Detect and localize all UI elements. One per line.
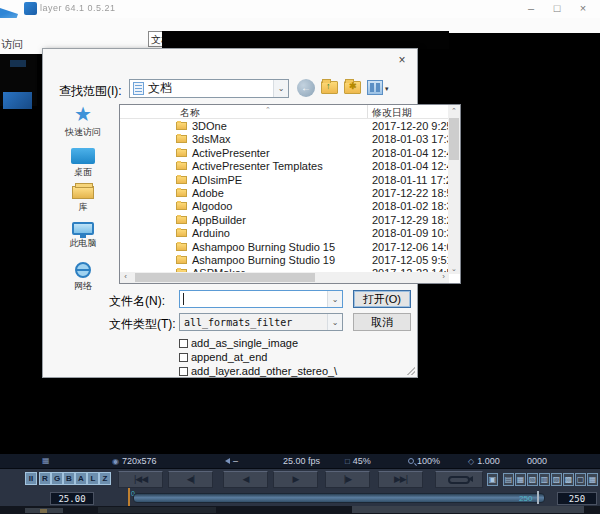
sidebar-item-desktop[interactable]: 桌面	[57, 148, 109, 179]
file-name-input[interactable]: ⌄	[179, 290, 343, 308]
file-name: Ashampoo Burning Studio 15	[192, 241, 335, 253]
table-row[interactable]: ActivePresenter2018-01-04 12:44	[120, 147, 448, 160]
sidebar-item-libraries[interactable]: 库	[57, 186, 109, 214]
folder-icon	[176, 135, 187, 143]
first-frame-button[interactable]: |◀◀	[118, 471, 163, 488]
folder-icon	[176, 176, 187, 184]
back-button-icon[interactable]: ←	[297, 79, 315, 97]
minimize-button[interactable]: –	[518, 0, 544, 18]
open-file-dialog: × 查找范围(I): 文档 ⌄ ← ↑ ✱ ▾ ★ 快速访问 桌面 库 此电脑	[42, 48, 418, 378]
up-one-level-icon[interactable]: ↑	[321, 81, 338, 94]
window-title: layer 64.1 0.5.21	[40, 3, 116, 13]
cancel-button[interactable]: 取消	[353, 313, 411, 331]
folder-icon	[176, 162, 187, 170]
view-mode-button-5[interactable]: ▥	[539, 473, 550, 486]
sidebar-item-this-pc[interactable]: 此电脑	[57, 222, 109, 250]
scroll-left-icon[interactable]: ‹	[120, 272, 131, 283]
column-header-date[interactable]: 修改日期	[372, 106, 412, 120]
file-date: 2017-12-29 18:21	[372, 214, 448, 226]
view-mode-button-1[interactable]: ▣	[487, 473, 498, 486]
chevron-down-icon[interactable]: ⌄	[273, 80, 288, 97]
open-button[interactable]: 打开(O)	[353, 290, 411, 308]
scroll-right-icon[interactable]: ›	[438, 272, 449, 283]
timeline-playhead[interactable]	[128, 488, 130, 507]
column-header-name[interactable]: 名称	[180, 106, 200, 120]
dialog-close-icon[interactable]: ×	[394, 53, 410, 68]
table-row[interactable]: Algodoo2018-01-02 18:35	[120, 200, 448, 213]
window-controls: – □ ×	[518, 0, 596, 18]
checkbox-icon[interactable]	[179, 339, 188, 348]
horizontal-scrollbar[interactable]: ‹ ›	[120, 272, 449, 283]
checkbox-icon[interactable]	[179, 367, 188, 376]
sidebar-item-quick-access[interactable]: ★ 快速访问	[57, 104, 109, 139]
table-row[interactable]: AppBuilder2017-12-29 18:21	[120, 214, 448, 227]
chevron-down-icon[interactable]: ⌄	[327, 291, 342, 307]
table-row[interactable]: ActivePresenter Templates2018-01-04 12:4…	[120, 160, 448, 173]
clipped-element	[352, 506, 584, 513]
bottom-clipped-ui	[0, 506, 600, 514]
table-row[interactable]: 3DOne2017-12-20 9:25	[120, 120, 448, 133]
play-backward-button[interactable]: ◀	[223, 471, 268, 488]
chevron-down-icon[interactable]: ⌄	[327, 314, 342, 330]
view-menu-caret-icon[interactable]: ▾	[385, 85, 389, 93]
close-button[interactable]: ×	[570, 0, 596, 18]
maximize-button[interactable]: □	[544, 0, 570, 18]
file-date: 2018-01-02 18:35	[372, 200, 448, 212]
pause-toggle-button[interactable]: II	[25, 472, 37, 485]
previous-frame-button[interactable]: ◀|	[168, 471, 213, 488]
channel-l-button[interactable]: L	[87, 472, 99, 485]
scroll-down-icon[interactable]: ⌄	[448, 263, 460, 274]
view-mode-button-8[interactable]: ▢	[575, 473, 586, 486]
channel-b-button[interactable]: B	[63, 472, 75, 485]
display-icon: ◉	[112, 457, 119, 466]
checkbox-icon[interactable]	[179, 353, 188, 362]
current-frame-box[interactable]: 25.00	[50, 492, 94, 505]
view-mode-button-9[interactable]: ▦	[587, 473, 598, 486]
checkbox-label: add_as_single_image	[191, 337, 298, 349]
view-mode-button-7[interactable]: ▩	[563, 473, 574, 486]
file-type-combobox[interactable]: all_formats_filter ⌄	[179, 313, 343, 331]
table-row[interactable]: 3dsMax2018-01-03 17:34	[120, 133, 448, 146]
resolution-value: 720x576	[122, 456, 157, 466]
table-row[interactable]: Arduino2018-01-09 10:30	[120, 227, 448, 240]
file-name: 3DOne	[192, 120, 227, 132]
table-row[interactable]: Ashampoo Burning Studio 152017-12-06 14:…	[120, 241, 448, 254]
checkbox-add-layer-stereo[interactable]: add_layer.add_other_stereo_\	[179, 365, 337, 377]
view-mode-button-6[interactable]: ▨	[551, 473, 562, 486]
last-frame-button[interactable]: ▶▶|	[378, 471, 423, 488]
new-folder-icon[interactable]: ✱	[344, 81, 361, 94]
channel-a-button[interactable]: A	[75, 472, 87, 485]
view-mode-button-3[interactable]: ▦	[515, 473, 526, 486]
checkbox-add-as-single-image[interactable]: add_as_single_image	[179, 337, 298, 349]
channel-z-button[interactable]: Z	[99, 472, 111, 485]
diamond-icon: ◇	[468, 457, 474, 466]
vertical-scrollbar[interactable]: ⌃ ⌄	[448, 105, 460, 274]
resize-grip[interactable]	[407, 367, 415, 375]
view-menu-icon[interactable]	[367, 80, 383, 95]
file-date: 2017-12-20 9:25	[372, 120, 448, 132]
speaker-icon	[225, 458, 230, 464]
table-row[interactable]: Ashampoo Burning Studio 192017-12-05 9:5…	[120, 254, 448, 267]
look-in-combobox[interactable]: 文档 ⌄	[129, 79, 289, 98]
magnifier-icon	[408, 458, 414, 464]
vertical-scroll-thumb[interactable]	[449, 118, 459, 160]
network-icon	[75, 262, 91, 278]
file-name: Adobe	[192, 187, 224, 199]
column-separator[interactable]	[367, 105, 368, 118]
checkbox-append-at-end[interactable]: append_at_end	[179, 351, 267, 363]
timeline-track[interactable]	[133, 493, 545, 503]
play-button[interactable]: ▶	[273, 471, 318, 488]
loop-button[interactable]	[435, 471, 483, 488]
channel-r-button[interactable]: R	[39, 472, 51, 485]
view-mode-button-4[interactable]: ▧	[527, 473, 538, 486]
scroll-up-icon[interactable]: ⌃	[448, 105, 460, 116]
table-row[interactable]: ADIsimPE2018-01-11 17:27	[120, 174, 448, 187]
sidebar-item-network[interactable]: 网络	[57, 262, 109, 293]
file-name: Ashampoo Burning Studio 19	[192, 254, 335, 266]
table-row[interactable]: Adobe2017-12-22 18:53	[120, 187, 448, 200]
view-mode-button-2[interactable]: ▤	[503, 473, 514, 486]
horizontal-scroll-thumb[interactable]	[135, 273, 315, 282]
channel-g-button[interactable]: G	[51, 472, 63, 485]
next-frame-button[interactable]: |▶	[325, 471, 370, 488]
end-frame-box[interactable]: 250	[557, 492, 597, 505]
